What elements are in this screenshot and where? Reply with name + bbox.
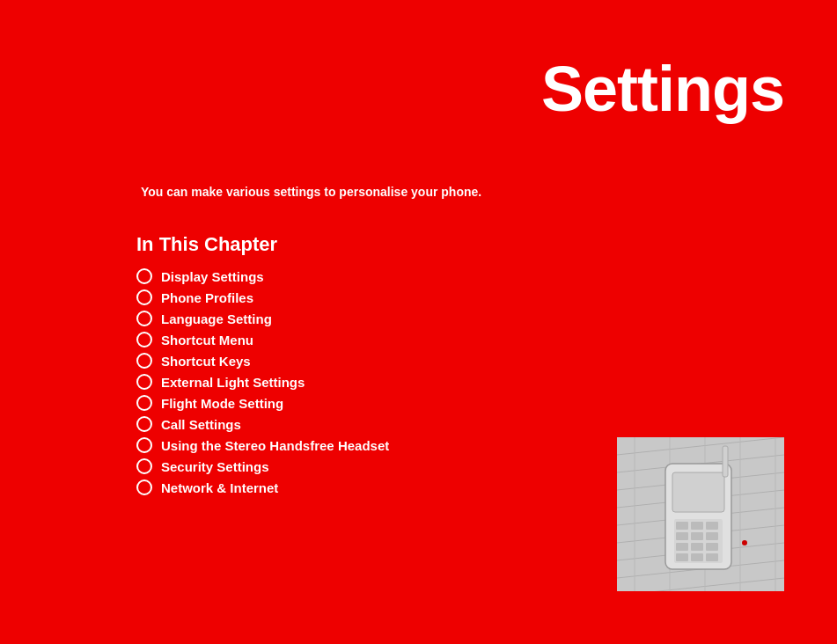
list-item-label: Language Setting: [161, 311, 272, 326]
bullet-icon: [136, 437, 152, 453]
list-item-label: Shortcut Keys: [161, 354, 251, 369]
svg-rect-21: [676, 532, 688, 540]
svg-rect-29: [706, 553, 718, 561]
svg-rect-27: [676, 553, 688, 561]
list-item[interactable]: External Light Settings: [136, 374, 389, 390]
svg-rect-22: [691, 532, 703, 540]
svg-rect-26: [706, 543, 718, 551]
list-item-label: Display Settings: [161, 269, 264, 284]
subtitle-text: You can make various settings to persona…: [141, 185, 481, 199]
list-item-label: Security Settings: [161, 459, 269, 474]
svg-rect-16: [672, 472, 724, 512]
list-item[interactable]: Display Settings: [136, 268, 389, 284]
list-item[interactable]: Language Setting: [136, 311, 389, 326]
list-item[interactable]: Flight Mode Setting: [136, 395, 389, 411]
list-item[interactable]: Using the Stereo Handsfree Headset: [136, 437, 389, 453]
svg-rect-23: [706, 532, 718, 540]
bullet-icon: [136, 479, 152, 495]
svg-rect-24: [676, 543, 688, 551]
list-item[interactable]: Call Settings: [136, 416, 389, 432]
svg-point-31: [742, 540, 747, 545]
bullet-icon: [136, 374, 152, 390]
list-item-label: Using the Stereo Handsfree Headset: [161, 438, 389, 453]
bullet-icon: [136, 311, 152, 326]
bullet-icon: [136, 289, 152, 305]
svg-rect-25: [691, 543, 703, 551]
list-item-label: External Light Settings: [161, 375, 305, 390]
page-title: Settings: [541, 53, 784, 125]
list-item-label: Call Settings: [161, 417, 241, 432]
svg-rect-28: [691, 553, 703, 561]
chapter-section: In This Chapter Display Settings Phone P…: [136, 233, 389, 501]
list-item[interactable]: Network & Internet: [136, 479, 389, 495]
list-item-label: Flight Mode Setting: [161, 396, 283, 411]
bullet-icon: [136, 332, 152, 348]
phone-image: [617, 437, 784, 591]
list-item-label: Network & Internet: [161, 480, 278, 495]
chapter-list: Display Settings Phone Profiles Language…: [136, 268, 389, 495]
bullet-icon: [136, 268, 152, 284]
bullet-icon: [136, 395, 152, 411]
bullet-icon: [136, 416, 152, 432]
svg-rect-19: [691, 522, 703, 530]
bullet-icon: [136, 353, 152, 369]
list-item[interactable]: Phone Profiles: [136, 289, 389, 305]
svg-rect-18: [676, 522, 688, 530]
svg-rect-20: [706, 522, 718, 530]
list-item-label: Shortcut Menu: [161, 333, 253, 348]
list-item[interactable]: Shortcut Menu: [136, 332, 389, 348]
list-item[interactable]: Shortcut Keys: [136, 353, 389, 369]
list-item[interactable]: Security Settings: [136, 458, 389, 474]
chapter-heading: In This Chapter: [136, 233, 389, 256]
svg-rect-30: [723, 446, 728, 477]
bullet-icon: [136, 458, 152, 474]
phone-illustration: [617, 437, 784, 591]
list-item-label: Phone Profiles: [161, 290, 253, 305]
